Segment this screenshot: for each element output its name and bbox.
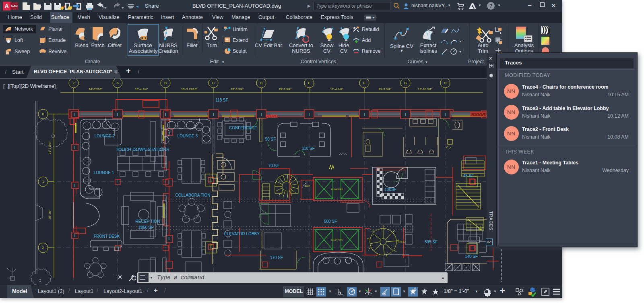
svg-text:TOUCH DOWN STATIONS: TOUCH DOWN STATIONS [116,147,169,152]
svg-text:I: I [260,112,262,117]
svg-text:LOUNGE 2: LOUNGE 2 [95,134,115,138]
svg-text:I: I [74,183,76,188]
svg-text:H: H [444,81,447,85]
svg-text:50 SF: 50 SF [265,137,276,141]
svg-text:I: I [74,145,76,150]
svg-text:118 SF: 118 SF [302,146,315,151]
svg-text:FRONT DESK: FRONT DESK [94,234,120,239]
svg-text:I: I [74,112,76,117]
svg-text:A: A [116,81,119,85]
svg-text:2650 SF: 2650 SF [138,225,154,230]
svg-text:170 SF: 170 SF [270,255,283,260]
svg-text:I: I [213,112,214,117]
svg-text:G: G [404,81,407,85]
svg-text:F: F [363,81,365,85]
svg-text:595 SF: 595 SF [425,240,438,244]
svg-text:ELEC: ELEC [305,185,310,187]
svg-text:100SF: 100SF [384,187,396,192]
svg-text:118 SF: 118 SF [215,98,228,102]
svg-text:I: I [165,112,166,117]
svg-text:PIPE 12: PIPE 12 [398,241,406,243]
svg-text:45 SF: 45 SF [463,174,474,178]
svg-text:15'-4 1/4": 15'-4 1/4" [135,87,148,91]
svg-text:CONFERENCE: CONFERENCE [229,126,257,130]
svg-text:COLLABORA TION: COLLABORA TION [175,193,210,197]
svg-text:13'-3 3/4": 13'-3 3/4" [378,87,391,91]
svg-text:ELEVATORS: ELEVATORS [331,188,343,191]
svg-text:20'-10": 20'-10" [48,210,52,220]
svg-text:140 SF: 140 SF [465,254,478,259]
svg-text:15'-3 3/4": 15'-3 3/4" [279,87,291,91]
svg-text:I: I [169,180,170,185]
svg-text:15'-3 13/16": 15'-3 13/16" [181,87,197,91]
svg-text:17'-4 1/8": 17'-4 1/8" [330,87,343,91]
svg-text:ELEVATORS: ELEVATORS [331,239,343,241]
svg-text:2: 2 [42,246,44,250]
svg-text:1: 1 [42,180,44,184]
svg-text:500 SF: 500 SF [324,219,337,224]
svg-text:14'-0​7/16": 14'-0​7/16" [89,87,102,91]
svg-text:15'-3 3/4": 15'-3 3/4" [231,87,244,91]
svg-text:I: I [405,112,406,117]
svg-text:13'-10 3/4": 13'-10 3/4" [418,87,432,91]
svg-text:21'-5 3/8": 21'-5 3/8" [48,141,52,154]
svg-text:I: I [169,237,170,241]
svg-text:Z: Z [72,81,75,85]
svg-text:0: 0 [42,112,44,116]
svg-text:ELEVATOR LOBBY: ELEVATOR LOBBY [224,232,260,236]
svg-text:70 SF: 70 SF [268,164,279,168]
svg-text:LOUNGE 1: LOUNGE 1 [94,170,114,175]
svg-text:E: E [308,81,310,85]
svg-text:C: C [212,81,215,85]
svg-text:[−][Top][2D Wireframe]: [−][Top][2D Wireframe] [3,83,56,89]
svg-text:I: I [444,112,446,117]
svg-text:D: D [260,81,263,85]
svg-text:LOUNGE 3: LOUNGE 3 [178,134,198,138]
svg-text:I: I [363,112,365,117]
svg-text:I: I [117,112,118,117]
svg-text:I: I [308,112,310,117]
svg-text:RECEP TION: RECEP TION [136,219,160,224]
svg-text:B: B [164,81,167,85]
